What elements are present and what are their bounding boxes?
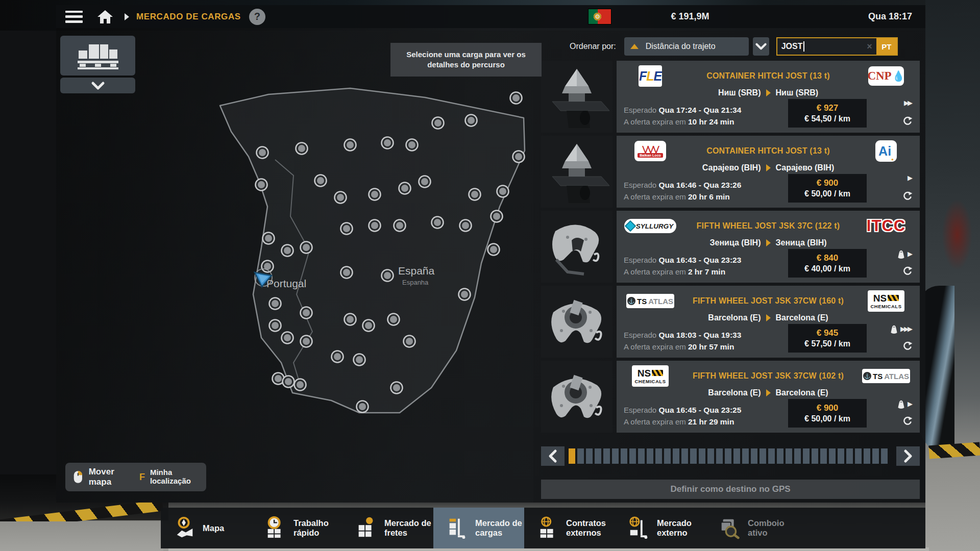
city-dot[interactable] <box>460 220 472 232</box>
page-segment[interactable] <box>820 448 827 464</box>
city-dot[interactable] <box>315 175 327 187</box>
city-dot[interactable] <box>488 244 500 256</box>
page-segment[interactable] <box>612 448 619 464</box>
nav-item-extcontracts[interactable]: Contratos externos <box>524 508 615 548</box>
city-dot[interactable] <box>497 186 509 197</box>
page-segment[interactable] <box>846 448 853 464</box>
city-dot[interactable] <box>406 139 418 151</box>
home-button[interactable] <box>96 9 114 24</box>
cargo-card[interactable]: ⋁⋁⋁Balkan Loco CONTAINER HITCH JOST (13 … <box>541 136 920 208</box>
city-dot[interactable] <box>345 139 356 151</box>
city-dot[interactable] <box>257 147 268 159</box>
city-dot[interactable] <box>391 382 403 394</box>
city-dot[interactable] <box>399 183 411 194</box>
nav-item-extmarket[interactable]: Mercado externo <box>615 508 706 548</box>
city-dot[interactable] <box>354 354 365 366</box>
page-segment[interactable] <box>603 448 610 464</box>
page-segment[interactable] <box>629 448 636 464</box>
city-dot[interactable] <box>465 115 477 127</box>
page-segment[interactable] <box>707 448 714 464</box>
city-dot[interactable] <box>256 179 267 191</box>
city-dot[interactable] <box>369 189 381 201</box>
city-dot[interactable] <box>345 314 356 325</box>
sort-collapse-button[interactable] <box>753 37 769 56</box>
search-clear-icon[interactable]: × <box>867 41 872 52</box>
map-svg[interactable]: PortugalEspañaEspanha <box>56 31 533 503</box>
page-segment[interactable] <box>733 448 740 464</box>
nav-item-quickjob[interactable]: Trabalho rápido <box>252 508 342 548</box>
cargo-card[interactable]: SYLLURGY FIFTH WHEEL JOST JSK 37C (122 t… <box>541 211 920 283</box>
city-dot[interactable] <box>301 336 312 347</box>
search-input[interactable]: JOST × <box>777 38 876 55</box>
page-segment[interactable] <box>595 448 601 464</box>
map-panel[interactable]: PortugalEspañaEspanha Mover mapa F <box>56 31 533 503</box>
menu-button[interactable] <box>65 11 83 23</box>
page-segment[interactable] <box>751 448 757 464</box>
page-segment[interactable] <box>621 448 627 464</box>
city-dot[interactable] <box>282 332 293 344</box>
city-dot[interactable] <box>394 220 406 232</box>
city-dot[interactable] <box>469 189 481 201</box>
page-segment[interactable] <box>872 448 879 464</box>
city-dot[interactable] <box>404 336 415 347</box>
page-segment[interactable] <box>690 448 697 464</box>
city-dot[interactable] <box>432 217 444 229</box>
city-dot[interactable] <box>282 245 293 257</box>
gps-button[interactable]: Definir como destino no GPS <box>541 480 920 499</box>
collapse-button[interactable] <box>60 78 135 93</box>
page-segment[interactable] <box>673 448 679 464</box>
city-dot[interactable] <box>270 320 281 332</box>
language-button[interactable]: PT <box>876 38 897 55</box>
page-segment[interactable] <box>803 448 810 464</box>
page-segment[interactable] <box>794 448 801 464</box>
page-segment[interactable] <box>569 448 575 464</box>
page-segment[interactable] <box>768 448 775 464</box>
page-segment[interactable] <box>725 448 731 464</box>
city-dot[interactable] <box>510 92 522 104</box>
city-dot[interactable] <box>369 220 381 232</box>
page-segment[interactable] <box>812 448 818 464</box>
page-segment[interactable] <box>786 448 792 464</box>
page-next-button[interactable] <box>896 446 920 466</box>
city-dot[interactable] <box>513 151 525 163</box>
city-dot[interactable] <box>341 223 353 235</box>
city-dot[interactable] <box>382 270 394 282</box>
city-dot[interactable] <box>419 176 431 188</box>
cargo-card[interactable]: ⚓TSATLAS FIFTH WHEEL JOST JSK 37CW (160 … <box>541 286 920 358</box>
page-prev-button[interactable] <box>541 446 565 466</box>
city-dot[interactable] <box>432 117 444 129</box>
page-segment[interactable] <box>681 448 688 464</box>
cargo-card[interactable]: FLE CONTAINER HITCH JOST (13 t) CNP💧 Ниш… <box>541 61 920 133</box>
cargo-card[interactable]: NSCHEMICALS FIFTH WHEEL JOST JSK 37CW (1… <box>541 361 920 433</box>
help-button[interactable]: ? <box>249 9 265 25</box>
city-dot[interactable] <box>270 298 281 310</box>
page-segment[interactable] <box>647 448 653 464</box>
page-segment[interactable] <box>699 448 705 464</box>
page-segment[interactable] <box>742 448 749 464</box>
nav-item-freight[interactable]: Mercado de fretes <box>342 508 433 548</box>
search-field[interactable]: JOST × PT <box>776 37 898 56</box>
city-dot[interactable] <box>459 289 471 300</box>
page-segment[interactable] <box>716 448 723 464</box>
city-dot[interactable] <box>283 376 295 388</box>
city-dot[interactable] <box>363 320 375 332</box>
page-segment[interactable] <box>577 448 584 464</box>
city-dot[interactable] <box>263 233 275 244</box>
city-dot[interactable] <box>296 143 308 155</box>
page-track[interactable] <box>569 446 892 466</box>
city-dot[interactable] <box>332 351 344 363</box>
sort-dropdown[interactable]: Distância do trajeto <box>624 37 749 56</box>
page-segment[interactable] <box>760 448 766 464</box>
city-dot[interactable] <box>295 379 306 391</box>
city-dot[interactable] <box>301 307 312 319</box>
city-dot[interactable] <box>301 242 312 254</box>
nav-item-cargo[interactable]: Mercado de cargas <box>433 508 524 548</box>
page-segment[interactable] <box>838 448 844 464</box>
city-dot[interactable] <box>335 192 347 204</box>
page-segment[interactable] <box>664 448 671 464</box>
page-segment[interactable] <box>655 448 662 464</box>
page-segment[interactable] <box>881 448 888 464</box>
nav-item-map[interactable]: Mapa <box>161 508 252 548</box>
city-dot[interactable] <box>491 211 503 222</box>
city-dot[interactable] <box>382 137 394 149</box>
